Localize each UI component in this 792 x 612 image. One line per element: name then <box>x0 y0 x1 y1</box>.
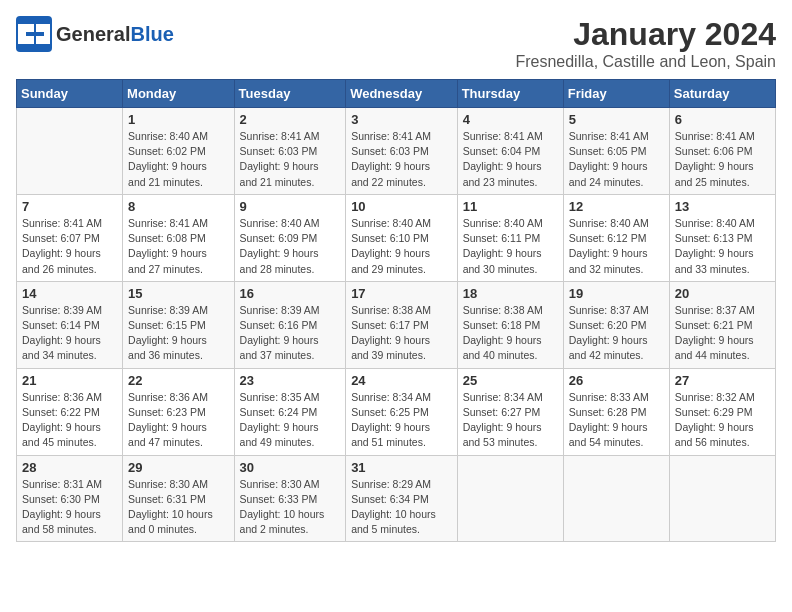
calendar-week-1: 1Sunrise: 8:40 AM Sunset: 6:02 PM Daylig… <box>17 108 776 195</box>
calendar-cell: 20Sunrise: 8:37 AM Sunset: 6:21 PM Dayli… <box>669 281 775 368</box>
day-number: 14 <box>22 286 117 301</box>
month-title: January 2024 <box>515 16 776 53</box>
day-info: Sunrise: 8:40 AM Sunset: 6:12 PM Dayligh… <box>569 216 664 277</box>
day-info: Sunrise: 8:39 AM Sunset: 6:14 PM Dayligh… <box>22 303 117 364</box>
day-info: Sunrise: 8:40 AM Sunset: 6:13 PM Dayligh… <box>675 216 770 277</box>
calendar-cell: 7Sunrise: 8:41 AM Sunset: 6:07 PM Daylig… <box>17 194 123 281</box>
day-number: 17 <box>351 286 452 301</box>
calendar-cell: 22Sunrise: 8:36 AM Sunset: 6:23 PM Dayli… <box>123 368 235 455</box>
calendar-header-row: SundayMondayTuesdayWednesdayThursdayFrid… <box>17 80 776 108</box>
day-number: 4 <box>463 112 558 127</box>
calendar-cell: 15Sunrise: 8:39 AM Sunset: 6:15 PM Dayli… <box>123 281 235 368</box>
calendar-cell: 25Sunrise: 8:34 AM Sunset: 6:27 PM Dayli… <box>457 368 563 455</box>
calendar-cell <box>17 108 123 195</box>
calendar-cell: 11Sunrise: 8:40 AM Sunset: 6:11 PM Dayli… <box>457 194 563 281</box>
day-number: 28 <box>22 460 117 475</box>
calendar-cell: 12Sunrise: 8:40 AM Sunset: 6:12 PM Dayli… <box>563 194 669 281</box>
day-info: Sunrise: 8:36 AM Sunset: 6:22 PM Dayligh… <box>22 390 117 451</box>
calendar-week-3: 14Sunrise: 8:39 AM Sunset: 6:14 PM Dayli… <box>17 281 776 368</box>
day-number: 12 <box>569 199 664 214</box>
calendar-cell: 8Sunrise: 8:41 AM Sunset: 6:08 PM Daylig… <box>123 194 235 281</box>
day-info: Sunrise: 8:34 AM Sunset: 6:27 PM Dayligh… <box>463 390 558 451</box>
day-number: 15 <box>128 286 229 301</box>
day-number: 18 <box>463 286 558 301</box>
day-number: 30 <box>240 460 341 475</box>
header-wednesday: Wednesday <box>346 80 458 108</box>
calendar-cell: 28Sunrise: 8:31 AM Sunset: 6:30 PM Dayli… <box>17 455 123 542</box>
day-info: Sunrise: 8:32 AM Sunset: 6:29 PM Dayligh… <box>675 390 770 451</box>
calendar-cell: 4Sunrise: 8:41 AM Sunset: 6:04 PM Daylig… <box>457 108 563 195</box>
day-number: 23 <box>240 373 341 388</box>
day-number: 13 <box>675 199 770 214</box>
day-number: 3 <box>351 112 452 127</box>
calendar-cell: 29Sunrise: 8:30 AM Sunset: 6:31 PM Dayli… <box>123 455 235 542</box>
calendar-cell: 5Sunrise: 8:41 AM Sunset: 6:05 PM Daylig… <box>563 108 669 195</box>
header-sunday: Sunday <box>17 80 123 108</box>
day-number: 24 <box>351 373 452 388</box>
calendar-cell <box>669 455 775 542</box>
calendar-cell: 1Sunrise: 8:40 AM Sunset: 6:02 PM Daylig… <box>123 108 235 195</box>
logo-general: General <box>56 23 130 45</box>
day-info: Sunrise: 8:38 AM Sunset: 6:18 PM Dayligh… <box>463 303 558 364</box>
day-info: Sunrise: 8:41 AM Sunset: 6:07 PM Dayligh… <box>22 216 117 277</box>
day-number: 11 <box>463 199 558 214</box>
calendar-cell: 24Sunrise: 8:34 AM Sunset: 6:25 PM Dayli… <box>346 368 458 455</box>
day-number: 6 <box>675 112 770 127</box>
day-number: 7 <box>22 199 117 214</box>
header-thursday: Thursday <box>457 80 563 108</box>
calendar-cell: 2Sunrise: 8:41 AM Sunset: 6:03 PM Daylig… <box>234 108 346 195</box>
day-info: Sunrise: 8:38 AM Sunset: 6:17 PM Dayligh… <box>351 303 452 364</box>
calendar-cell: 18Sunrise: 8:38 AM Sunset: 6:18 PM Dayli… <box>457 281 563 368</box>
day-number: 5 <box>569 112 664 127</box>
calendar-week-2: 7Sunrise: 8:41 AM Sunset: 6:07 PM Daylig… <box>17 194 776 281</box>
day-info: Sunrise: 8:40 AM Sunset: 6:11 PM Dayligh… <box>463 216 558 277</box>
day-number: 2 <box>240 112 341 127</box>
day-info: Sunrise: 8:41 AM Sunset: 6:08 PM Dayligh… <box>128 216 229 277</box>
logo: GeneralBlue <box>16 16 174 52</box>
day-info: Sunrise: 8:30 AM Sunset: 6:31 PM Dayligh… <box>128 477 229 538</box>
calendar-table: SundayMondayTuesdayWednesdayThursdayFrid… <box>16 79 776 542</box>
calendar-cell: 30Sunrise: 8:30 AM Sunset: 6:33 PM Dayli… <box>234 455 346 542</box>
day-info: Sunrise: 8:41 AM Sunset: 6:05 PM Dayligh… <box>569 129 664 190</box>
day-info: Sunrise: 8:40 AM Sunset: 6:09 PM Dayligh… <box>240 216 341 277</box>
calendar-cell: 27Sunrise: 8:32 AM Sunset: 6:29 PM Dayli… <box>669 368 775 455</box>
day-info: Sunrise: 8:40 AM Sunset: 6:10 PM Dayligh… <box>351 216 452 277</box>
day-number: 22 <box>128 373 229 388</box>
header-tuesday: Tuesday <box>234 80 346 108</box>
calendar-cell: 19Sunrise: 8:37 AM Sunset: 6:20 PM Dayli… <box>563 281 669 368</box>
day-number: 10 <box>351 199 452 214</box>
calendar-cell: 9Sunrise: 8:40 AM Sunset: 6:09 PM Daylig… <box>234 194 346 281</box>
day-number: 21 <box>22 373 117 388</box>
header-saturday: Saturday <box>669 80 775 108</box>
day-number: 26 <box>569 373 664 388</box>
day-number: 29 <box>128 460 229 475</box>
logo-icon <box>16 16 52 52</box>
calendar-cell: 31Sunrise: 8:29 AM Sunset: 6:34 PM Dayli… <box>346 455 458 542</box>
calendar-cell: 26Sunrise: 8:33 AM Sunset: 6:28 PM Dayli… <box>563 368 669 455</box>
calendar-week-5: 28Sunrise: 8:31 AM Sunset: 6:30 PM Dayli… <box>17 455 776 542</box>
day-number: 25 <box>463 373 558 388</box>
day-number: 8 <box>128 199 229 214</box>
calendar-week-4: 21Sunrise: 8:36 AM Sunset: 6:22 PM Dayli… <box>17 368 776 455</box>
calendar-cell: 14Sunrise: 8:39 AM Sunset: 6:14 PM Dayli… <box>17 281 123 368</box>
header-friday: Friday <box>563 80 669 108</box>
day-info: Sunrise: 8:31 AM Sunset: 6:30 PM Dayligh… <box>22 477 117 538</box>
day-info: Sunrise: 8:34 AM Sunset: 6:25 PM Dayligh… <box>351 390 452 451</box>
day-number: 19 <box>569 286 664 301</box>
day-info: Sunrise: 8:33 AM Sunset: 6:28 PM Dayligh… <box>569 390 664 451</box>
calendar-cell <box>457 455 563 542</box>
title-block: January 2024 Fresnedilla, Castille and L… <box>515 16 776 71</box>
day-info: Sunrise: 8:41 AM Sunset: 6:04 PM Dayligh… <box>463 129 558 190</box>
calendar-cell: 6Sunrise: 8:41 AM Sunset: 6:06 PM Daylig… <box>669 108 775 195</box>
calendar-cell: 17Sunrise: 8:38 AM Sunset: 6:17 PM Dayli… <box>346 281 458 368</box>
logo-blue: Blue <box>130 23 173 45</box>
calendar-cell: 13Sunrise: 8:40 AM Sunset: 6:13 PM Dayli… <box>669 194 775 281</box>
day-info: Sunrise: 8:41 AM Sunset: 6:03 PM Dayligh… <box>351 129 452 190</box>
day-info: Sunrise: 8:39 AM Sunset: 6:15 PM Dayligh… <box>128 303 229 364</box>
day-info: Sunrise: 8:37 AM Sunset: 6:21 PM Dayligh… <box>675 303 770 364</box>
day-number: 27 <box>675 373 770 388</box>
day-info: Sunrise: 8:40 AM Sunset: 6:02 PM Dayligh… <box>128 129 229 190</box>
day-info: Sunrise: 8:35 AM Sunset: 6:24 PM Dayligh… <box>240 390 341 451</box>
calendar-cell: 23Sunrise: 8:35 AM Sunset: 6:24 PM Dayli… <box>234 368 346 455</box>
calendar-cell: 10Sunrise: 8:40 AM Sunset: 6:10 PM Dayli… <box>346 194 458 281</box>
